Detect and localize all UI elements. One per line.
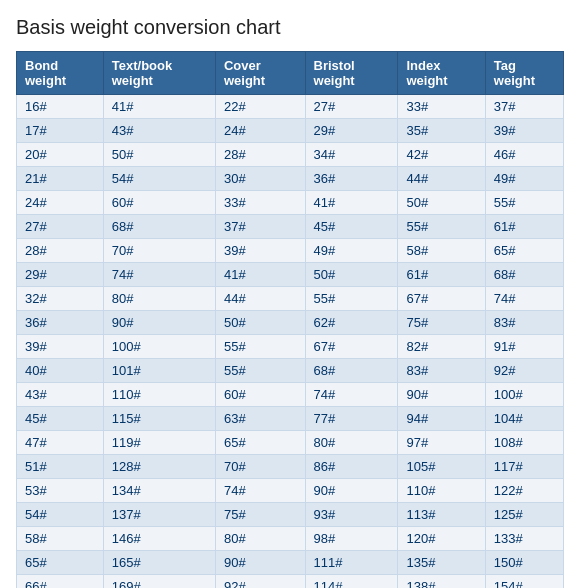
table-cell: 44#: [398, 167, 485, 191]
table-cell: 50#: [305, 263, 398, 287]
table-cell: 135#: [398, 551, 485, 575]
table-cell: 20#: [17, 143, 104, 167]
table-cell: 98#: [305, 527, 398, 551]
table-cell: 49#: [485, 167, 563, 191]
table-row: 43#110#60#74#90#100#: [17, 383, 564, 407]
table-cell: 45#: [305, 215, 398, 239]
table-cell: 104#: [485, 407, 563, 431]
table-cell: 33#: [215, 191, 305, 215]
table-cell: 117#: [485, 455, 563, 479]
table-cell: 111#: [305, 551, 398, 575]
table-cell: 41#: [305, 191, 398, 215]
table-cell: 28#: [215, 143, 305, 167]
table-cell: 21#: [17, 167, 104, 191]
table-cell: 40#: [17, 359, 104, 383]
table-cell: 27#: [17, 215, 104, 239]
page-title: Basis weight conversion chart: [16, 16, 564, 39]
table-cell: 54#: [17, 503, 104, 527]
table-cell: 74#: [485, 287, 563, 311]
table-cell: 55#: [305, 287, 398, 311]
table-cell: 51#: [17, 455, 104, 479]
table-cell: 39#: [215, 239, 305, 263]
table-cell: 114#: [305, 575, 398, 589]
table-row: 65#165#90#111#135#150#: [17, 551, 564, 575]
table-cell: 55#: [215, 359, 305, 383]
table-row: 32#80#44#55#67#74#: [17, 287, 564, 311]
table-cell: 93#: [305, 503, 398, 527]
table-cell: 39#: [485, 119, 563, 143]
column-header: Index weight: [398, 52, 485, 95]
table-cell: 39#: [17, 335, 104, 359]
table-cell: 60#: [215, 383, 305, 407]
table-cell: 58#: [398, 239, 485, 263]
table-cell: 65#: [17, 551, 104, 575]
table-cell: 134#: [103, 479, 215, 503]
table-cell: 16#: [17, 95, 104, 119]
table-row: 39#100#55#67#82#91#: [17, 335, 564, 359]
table-cell: 108#: [485, 431, 563, 455]
table-cell: 22#: [215, 95, 305, 119]
table-cell: 36#: [17, 311, 104, 335]
table-cell: 90#: [103, 311, 215, 335]
table-cell: 77#: [305, 407, 398, 431]
table-cell: 37#: [485, 95, 563, 119]
table-row: 24#60#33#41#50#55#: [17, 191, 564, 215]
table-cell: 97#: [398, 431, 485, 455]
table-cell: 60#: [103, 191, 215, 215]
table-cell: 43#: [17, 383, 104, 407]
table-cell: 43#: [103, 119, 215, 143]
table-cell: 24#: [17, 191, 104, 215]
table-cell: 33#: [398, 95, 485, 119]
table-row: 58#146#80#98#120#133#: [17, 527, 564, 551]
table-row: 20#50#28#34#42#46#: [17, 143, 564, 167]
table-cell: 42#: [398, 143, 485, 167]
table-cell: 24#: [215, 119, 305, 143]
table-cell: 44#: [215, 287, 305, 311]
table-cell: 105#: [398, 455, 485, 479]
table-cell: 122#: [485, 479, 563, 503]
table-cell: 83#: [398, 359, 485, 383]
table-cell: 150#: [485, 551, 563, 575]
table-cell: 67#: [305, 335, 398, 359]
table-cell: 45#: [17, 407, 104, 431]
table-cell: 74#: [305, 383, 398, 407]
table-cell: 55#: [485, 191, 563, 215]
table-cell: 67#: [398, 287, 485, 311]
table-row: 45#115#63#77#94#104#: [17, 407, 564, 431]
table-cell: 110#: [103, 383, 215, 407]
table-cell: 55#: [398, 215, 485, 239]
table-cell: 92#: [215, 575, 305, 589]
conversion-table: Bond weightText/book weightCover weightB…: [16, 51, 564, 588]
table-cell: 92#: [485, 359, 563, 383]
table-cell: 169#: [103, 575, 215, 589]
table-row: 29#74#41#50#61#68#: [17, 263, 564, 287]
table-cell: 54#: [103, 167, 215, 191]
table-cell: 61#: [485, 215, 563, 239]
table-row: 27#68#37#45#55#61#: [17, 215, 564, 239]
table-cell: 41#: [215, 263, 305, 287]
table-cell: 62#: [305, 311, 398, 335]
column-header: Bond weight: [17, 52, 104, 95]
table-cell: 94#: [398, 407, 485, 431]
table-cell: 146#: [103, 527, 215, 551]
table-cell: 65#: [215, 431, 305, 455]
table-cell: 125#: [485, 503, 563, 527]
table-cell: 75#: [398, 311, 485, 335]
table-cell: 47#: [17, 431, 104, 455]
table-cell: 50#: [398, 191, 485, 215]
table-cell: 53#: [17, 479, 104, 503]
table-cell: 91#: [485, 335, 563, 359]
table-row: 51#128#70#86#105#117#: [17, 455, 564, 479]
table-row: 36#90#50#62#75#83#: [17, 311, 564, 335]
table-row: 54#137#75#93#113#125#: [17, 503, 564, 527]
table-cell: 100#: [485, 383, 563, 407]
table-cell: 58#: [17, 527, 104, 551]
table-cell: 28#: [17, 239, 104, 263]
table-cell: 41#: [103, 95, 215, 119]
table-cell: 154#: [485, 575, 563, 589]
table-cell: 83#: [485, 311, 563, 335]
table-cell: 110#: [398, 479, 485, 503]
table-cell: 90#: [215, 551, 305, 575]
table-cell: 46#: [485, 143, 563, 167]
table-cell: 80#: [305, 431, 398, 455]
